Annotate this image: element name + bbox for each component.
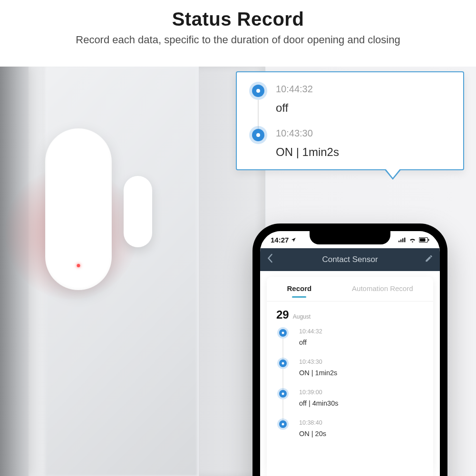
tab-automation-record[interactable]: Automation Record [350, 283, 415, 297]
location-icon [291, 236, 296, 244]
timeline-dot-icon [279, 420, 287, 428]
wifi-icon [409, 236, 416, 244]
timeline-time: 10:38:40 [299, 419, 424, 426]
page-subtitle: Record each data, specific to the durati… [10, 34, 466, 46]
timeline: 10:44:32 off 10:43:30 ON | 1min2s 10:39:… [267, 325, 433, 450]
back-button[interactable] [267, 253, 273, 266]
sensor-magnet-unit [124, 176, 152, 247]
callout-label: ON | 1min2s [276, 146, 453, 159]
phone-notch [310, 231, 390, 244]
timeline-label: ON | 1min2s [299, 369, 424, 377]
page-title: Status Record [10, 9, 466, 30]
timeline-time: 10:39:00 [299, 389, 424, 396]
sensor-main-unit [45, 128, 112, 290]
svg-rect-0 [398, 241, 399, 242]
timeline-row: 10:39:00 off | 4min30s [279, 389, 424, 419]
timeline-label: off | 4min30s [299, 399, 424, 407]
status-callout: 10:44:32 off 10:43:30 ON | 1min2s [236, 71, 464, 170]
date-header: 29 August [267, 301, 433, 325]
timeline-connector [282, 369, 283, 391]
callout-row: 10:43:30 ON | 1min2s [249, 128, 453, 161]
date-day: 29 [276, 308, 289, 321]
svg-rect-1 [400, 239, 401, 242]
timeline-dot-icon [252, 129, 264, 141]
phone-mockup: 14:27 [253, 223, 447, 476]
timeline-time: 10:43:30 [299, 359, 424, 365]
signal-icon [398, 236, 406, 244]
callout-row: 10:44:32 off [249, 84, 453, 128]
svg-rect-5 [420, 238, 426, 242]
timeline-label: ON | 20s [299, 430, 424, 437]
svg-rect-3 [404, 237, 405, 242]
timeline-label: off [299, 339, 424, 346]
timeline-connector [258, 100, 259, 130]
svg-rect-6 [428, 239, 429, 241]
app-bar: Contact Sensor [260, 248, 440, 271]
record-card: Record Automation Record 29 August 10:44… [267, 277, 433, 476]
timeline-connector [282, 399, 283, 421]
callout-label: off [276, 101, 453, 115]
callout-time: 10:43:30 [276, 128, 453, 139]
timeline-dot-icon [252, 85, 264, 97]
callout-time: 10:44:32 [276, 84, 453, 95]
timeline-dot-icon [279, 390, 287, 398]
date-month: August [293, 313, 311, 320]
edit-button[interactable] [425, 254, 433, 265]
battery-icon [419, 236, 429, 244]
tab-record[interactable]: Record [285, 283, 313, 297]
svg-rect-2 [402, 238, 403, 242]
timeline-time: 10:44:32 [299, 328, 424, 335]
status-time-text: 14:27 [271, 236, 289, 244]
product-scene: 10:44:32 off 10:43:30 ON | 1min2s 14:27 [0, 67, 476, 476]
status-right [398, 236, 429, 244]
timeline-connector [282, 339, 283, 360]
timeline-dot-icon [279, 359, 287, 367]
timeline-row: 10:38:40 ON | 20s [279, 419, 424, 450]
phone-screen: 14:27 [260, 231, 440, 476]
timeline-dot-icon [279, 329, 287, 337]
status-time: 14:27 [271, 236, 296, 244]
timeline-row: 10:44:32 off [279, 328, 424, 359]
app-title: Contact Sensor [322, 255, 378, 264]
marketing-header: Status Record Record each data, specific… [0, 0, 476, 51]
timeline-row: 10:43:30 ON | 1min2s [279, 359, 424, 389]
tabs: Record Automation Record [267, 283, 433, 301]
